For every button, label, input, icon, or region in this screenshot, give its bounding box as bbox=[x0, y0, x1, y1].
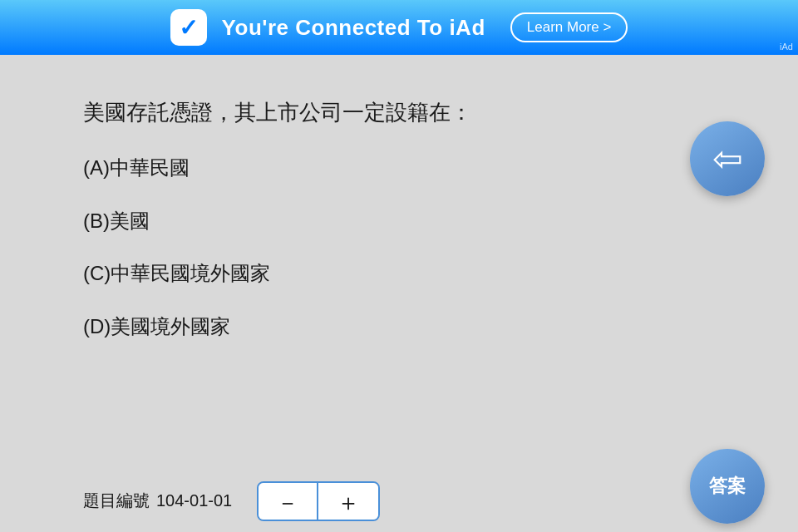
bottom-bar: 題目編號 104-01-01 － ＋ bbox=[0, 470, 798, 532]
ad-banner: ✓ You're Connected To iAd Learn More > i… bbox=[0, 0, 798, 55]
back-button[interactable]: ⇦ bbox=[690, 121, 765, 196]
counter-box: － ＋ bbox=[257, 481, 380, 521]
question-text: 美國存託憑證，其上市公司一定設籍在： bbox=[83, 96, 732, 129]
answer-option-d[interactable]: (D)美國境外國家 bbox=[83, 313, 732, 341]
increment-button[interactable]: ＋ bbox=[318, 483, 378, 521]
answer-option-a[interactable]: (A)中華民國 bbox=[83, 154, 732, 182]
answer-button[interactable]: 答案 bbox=[690, 449, 765, 524]
iad-label: iAd bbox=[780, 42, 793, 52]
learn-more-button[interactable]: Learn More > bbox=[510, 12, 628, 42]
back-arrow-icon: ⇦ bbox=[712, 140, 743, 177]
answer-option-c[interactable]: (C)中華民國境外國家 bbox=[83, 259, 732, 288]
answer-button-label: 答案 bbox=[709, 475, 746, 497]
decrement-button[interactable]: － bbox=[259, 483, 318, 521]
checkmark-icon: ✓ bbox=[179, 14, 198, 42]
question-number-value: 104-01-01 bbox=[156, 491, 232, 510]
ad-check-circle: ✓ bbox=[170, 9, 207, 46]
question-number-label: 題目編號 bbox=[83, 490, 150, 512]
ad-title: You're Connected To iAd bbox=[222, 15, 485, 41]
main-content: ⇦ 美國存託憑證，其上市公司一定設籍在： (A)中華民國 (B)美國 (C)中華… bbox=[0, 55, 798, 532]
learn-more-label: Learn More > bbox=[527, 19, 612, 36]
answer-option-b[interactable]: (B)美國 bbox=[83, 207, 732, 235]
